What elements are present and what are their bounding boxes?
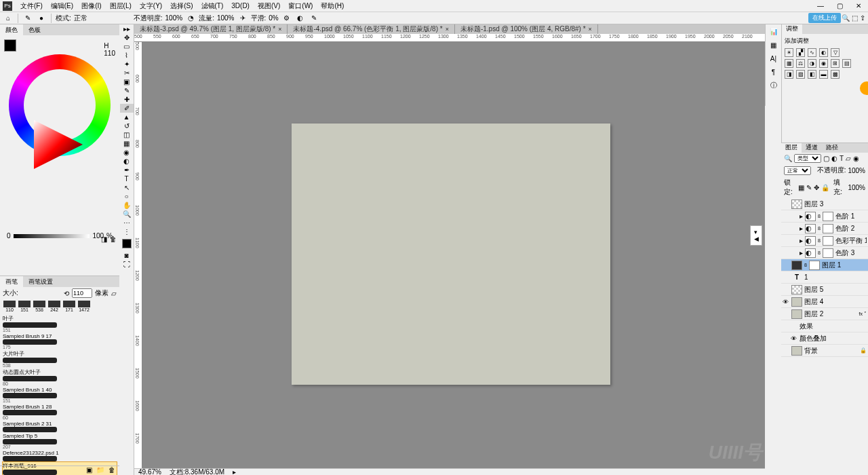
lock-paint-icon[interactable]: ✎ — [806, 184, 812, 191]
brush-list-item[interactable]: Sampled Brush 1 40151 — [3, 387, 117, 403]
fx-badge[interactable]: fx ˅ — [859, 311, 867, 317]
chevron-icon[interactable]: ▸ — [800, 225, 803, 232]
layer-row[interactable]: 图层 2fx ˅ — [781, 308, 868, 320]
eraser-tool[interactable]: ◫ — [120, 130, 134, 139]
adj-gradient-map-icon[interactable]: ▬ — [819, 70, 828, 79]
more-tools[interactable]: ⋯ — [120, 218, 134, 227]
layer-mask[interactable] — [823, 224, 833, 233]
layer-name[interactable]: 图层 5 — [804, 285, 867, 294]
menu-item[interactable]: 选择(S) — [166, 2, 197, 10]
quick-mask[interactable]: ◙ — [120, 251, 134, 260]
layer-row[interactable]: 图层 3 — [781, 198, 868, 210]
layer-mask[interactable] — [809, 261, 820, 270]
filter-type-icon[interactable]: T — [840, 155, 844, 162]
lasso-tool[interactable]: ⌇ — [120, 51, 134, 60]
layer-name[interactable]: 色阶 2 — [835, 224, 867, 233]
tab-adjustments[interactable]: 调整 — [782, 24, 802, 34]
trash-icon[interactable]: 🗑 — [110, 235, 117, 243]
adj-threshold-icon[interactable]: ◧ — [808, 70, 816, 79]
brush-tip[interactable]: 1472 — [77, 301, 91, 312]
lock-trans-icon[interactable]: ▦ — [798, 184, 804, 191]
layer-row[interactable]: 效果 — [781, 320, 868, 332]
chevron-icon[interactable]: ▸ — [800, 237, 803, 244]
pressure-opacity-icon[interactable]: ◔ — [185, 13, 196, 24]
visibility-icon[interactable]: 👁 — [783, 299, 789, 305]
opacity-value[interactable]: 100% — [165, 14, 183, 22]
brush-tip[interactable]: 110 — [3, 301, 16, 312]
layer-row[interactable]: ▸◐8色彩平衡 1 — [781, 235, 868, 247]
minimize-button[interactable]: — — [811, 0, 830, 11]
color-swatches[interactable] — [122, 239, 132, 248]
artboard[interactable] — [292, 124, 610, 385]
menu-item[interactable]: 窗口(W) — [284, 2, 317, 10]
menu-item[interactable]: 滤镜(T) — [197, 2, 228, 10]
menu-item[interactable]: 图层(L) — [106, 2, 136, 10]
layer-row[interactable]: ▸◐8色阶 1 — [781, 210, 868, 223]
layer-row[interactable]: 👁颜色叠加 — [781, 332, 868, 345]
gear-icon[interactable]: ⚙ — [281, 13, 292, 24]
brush-preset-icon[interactable]: ● — [36, 13, 47, 24]
menu-item[interactable]: 文件(F) — [16, 2, 47, 10]
dodge-tool[interactable]: ◐ — [120, 157, 134, 166]
character-icon[interactable]: A| — [766, 52, 781, 65]
close-tab-icon[interactable]: × — [278, 26, 281, 33]
brush-list-item[interactable]: Sampled Brush 2 31 — [3, 421, 117, 432]
airbrush-icon[interactable]: ✈ — [237, 13, 248, 24]
layer-row[interactable]: 8图层 1 — [781, 259, 868, 271]
adj-mixer-icon[interactable]: ⊞ — [831, 59, 840, 68]
menu-item[interactable]: 编辑(E) — [47, 2, 77, 10]
adj-invert-icon[interactable]: ◨ — [785, 70, 793, 79]
eyedropper-tool[interactable]: ✎ — [120, 86, 134, 95]
navigator-icon[interactable]: ▦ — [766, 38, 781, 52]
adj-bw-icon[interactable]: ◑ — [808, 59, 816, 68]
pen-tool[interactable]: ✒ — [120, 166, 134, 174]
adj-selective-icon[interactable]: ▩ — [831, 70, 840, 79]
marquee-tool[interactable]: ▭ — [120, 42, 134, 51]
close-tab-icon[interactable]: × — [446, 26, 449, 33]
move-tool[interactable]: ✥ — [120, 33, 134, 42]
layer-name[interactable]: 图层 2 — [804, 309, 857, 319]
flip-icon[interactable]: ⟲ — [64, 290, 69, 297]
layer-name[interactable]: 颜色叠加 — [800, 334, 867, 343]
history-brush-tool[interactable]: ↺ — [120, 121, 134, 130]
color-mode-icon[interactable]: ◨ — [101, 235, 107, 243]
brush-size-input[interactable] — [72, 288, 92, 298]
document-tab[interactable]: 未标题-3.psd @ 49.7% (图层 1, 图层蒙版/8) *× — [134, 24, 288, 34]
layer-row[interactable]: 👁图层 4 — [781, 296, 868, 308]
adj-balance-icon[interactable]: ⚖ — [796, 59, 805, 68]
layer-row[interactable]: ▸◐8色阶 2 — [781, 223, 868, 235]
document-tab[interactable]: 未标题-1.psd @ 100% (图层 4, RGB/8#) *× — [455, 24, 598, 34]
layer-name[interactable]: 色彩平衡 1 — [835, 236, 867, 246]
zoom-tool[interactable]: 🔍 — [120, 210, 134, 218]
tab-channels[interactable]: 通道 — [802, 143, 822, 153]
blend-mode-value[interactable]: 正常 — [74, 14, 87, 23]
tab-paths[interactable]: 路径 — [822, 143, 842, 153]
layer-name[interactable]: 背景 — [804, 346, 858, 356]
menu-item[interactable]: 文字(Y) — [136, 2, 166, 10]
adj-posterize-icon[interactable]: ▨ — [796, 70, 805, 79]
shape-tool[interactable]: ○ — [120, 192, 134, 201]
filter-adj-icon[interactable]: ◐ — [831, 155, 837, 162]
new-brush-icon[interactable]: ▱ — [111, 290, 117, 297]
brush-list-item[interactable]: Sampled Tip 5207 — [3, 433, 117, 449]
gradient-tool[interactable]: ▦ — [120, 139, 134, 148]
path-select-tool[interactable]: ↖ — [120, 183, 134, 192]
foreground-swatch[interactable] — [4, 39, 16, 52]
adj-vibrance-icon[interactable]: ▽ — [831, 48, 840, 57]
histogram-icon[interactable]: 📊 — [766, 24, 781, 38]
brush-list-item[interactable]: 大片叶子538 — [3, 350, 117, 368]
filter-shape-icon[interactable]: ▱ — [846, 155, 851, 162]
brush-list-item[interactable]: 动态圆点大叶子80 — [3, 368, 117, 386]
frame-tool[interactable]: ▣ — [120, 77, 134, 86]
blend-mode-select[interactable]: 正常 — [784, 166, 811, 175]
close-tab-icon[interactable]: × — [589, 26, 592, 33]
fill-value[interactable]: 100% — [848, 184, 865, 191]
layer-row[interactable]: T1 — [781, 271, 868, 284]
visibility-icon[interactable]: 👁 — [791, 335, 797, 342]
adj-photo-filter-icon[interactable]: ◉ — [819, 59, 828, 68]
adj-lookup-icon[interactable]: ▤ — [842, 59, 851, 68]
tab-brushes[interactable]: 画笔 — [0, 276, 23, 287]
menu-item[interactable]: 3D(D) — [227, 2, 254, 10]
flow-value[interactable]: 100% — [217, 14, 235, 22]
arrange-icon[interactable]: ▸▸ — [120, 24, 134, 33]
